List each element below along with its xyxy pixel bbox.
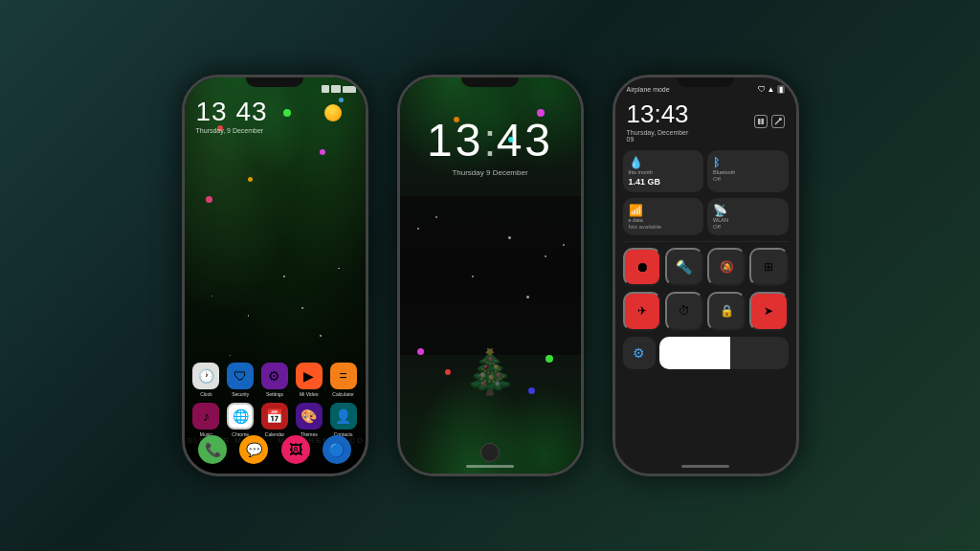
lock-date: Thursday 9 December	[427, 168, 553, 177]
app-settings-label: Settings	[266, 391, 283, 397]
cc-bt-title: Bluetooth	[713, 169, 783, 175]
cc-slider-row: ⚙	[615, 331, 796, 375]
app-music-icon: ♪	[192, 403, 219, 430]
cc-data-icon: 💧	[629, 156, 643, 169]
cc-brightness-slider[interactable]	[659, 337, 789, 369]
swipe-bar	[466, 465, 514, 468]
cc-mobile-card[interactable]: 📶 e data Not available	[623, 198, 704, 235]
cc-cards-row-2: 📶 e data Not available 📡 WLAN Off	[615, 198, 796, 241]
cc-bt-header: ᛒ	[713, 156, 783, 169]
cc-btn-airplane[interactable]: ✈	[623, 292, 661, 330]
home-time: 13 43	[196, 99, 268, 125]
phone2-screen: 13 : 43 Thursday 9 December 🎄	[400, 77, 581, 474]
lock-time: 13 : 43 Thursday 9 December	[427, 114, 553, 177]
app-calculator[interactable]: = Calculator	[329, 363, 358, 397]
app-security-icon: 🛡	[227, 363, 254, 389]
xmas-tree-icon: 🎄	[463, 346, 517, 397]
cc-wlan-header: 📡	[713, 204, 783, 217]
cc-btn-timer[interactable]: ⏱	[665, 292, 703, 330]
dock: 📞 💬 🖼 🔵	[192, 435, 358, 464]
app-contacts[interactable]: 👤 Contacts	[329, 403, 358, 437]
cc-mobile-status: Not available	[629, 224, 699, 230]
phone-2: 13 : 43 Thursday 9 December 🎄	[397, 75, 584, 476]
lock-colon: :	[483, 114, 496, 166]
cc-time: 13:43	[627, 99, 694, 129]
cc-time-row: 13:43 Thursday, December 09	[615, 98, 796, 144]
cc-data-card[interactable]: 💧 this month 1.41 GB	[623, 150, 704, 192]
app-mivideo[interactable]: ▶ Mi Video	[295, 363, 323, 397]
dock-messages[interactable]: 💬	[239, 435, 268, 464]
cc-btn-silent[interactable]: 🔕	[707, 248, 746, 286]
phone3-screen: Airplane mode 🛡 ▲ ▮ 13:43 Thursday, Dece…	[615, 77, 796, 474]
dock-gallery[interactable]: 🖼	[281, 435, 310, 464]
app-settings-icon: ⚙	[261, 363, 288, 389]
cc-wifi-icon: ▲	[768, 85, 775, 94]
cc-edit-icons	[754, 115, 785, 128]
xmas-tree-container: 🎄	[463, 346, 517, 397]
app-calendar-icon: 📅	[261, 403, 288, 430]
app-calendar[interactable]: 📅 Calendar	[260, 403, 289, 437]
svg-rect-0	[758, 119, 761, 124]
phone1-screen: 13 43 Thursday, 9 December 🕐 Clock 🛡 Sec…	[185, 77, 366, 474]
app-calculator-label: Calculator	[332, 391, 354, 397]
cc-wlan-title: WLAN	[713, 217, 783, 223]
cc-buttons-row-2: ✈ ⏱ 🔒 ➤	[615, 292, 796, 330]
status-icons	[322, 85, 356, 93]
app-chrome-icon: 🌐	[227, 403, 254, 430]
cc-data-card-header: 💧	[629, 156, 699, 169]
cc-wlan-icon: 📡	[713, 204, 727, 217]
cc-mobile-header: 📶	[629, 204, 699, 217]
apps-grid-row1: 🕐 Clock 🛡 Security ⚙ Settings ▶ Mi Video…	[185, 363, 366, 397]
app-clock-icon: 🕐	[192, 363, 219, 389]
cc-edit-icon-1[interactable]	[754, 115, 768, 128]
cc-mobile-icon: 📶	[629, 204, 643, 217]
cc-bt-status: Off	[713, 176, 783, 182]
dock-phone[interactable]: 📞	[198, 435, 227, 464]
lock-dark-middle	[400, 196, 581, 355]
app-mivideo-icon: ▶	[296, 363, 323, 389]
cc-wlan-status: Off	[713, 224, 783, 230]
cc-btn-location[interactable]: ➤	[749, 292, 788, 330]
lock-ornament-top-purple	[537, 109, 545, 117]
airplane-mode-text: Airplane mode	[627, 86, 670, 93]
svg-rect-1	[761, 119, 764, 124]
dock-browser[interactable]: 🔵	[323, 435, 351, 464]
lock-hour: 13	[427, 118, 483, 164]
cc-status-icons: 🛡 ▲ ▮	[758, 85, 785, 94]
app-mivideo-label: Mi Video	[300, 391, 318, 397]
cc-mobile-title: e data	[629, 217, 699, 223]
cc-btn-lock[interactable]: 🔒	[707, 292, 746, 330]
cc-data-title: this month	[629, 169, 699, 175]
cc-btn-torch[interactable]: 🔦	[665, 248, 703, 286]
app-contacts-icon: 👤	[330, 403, 357, 430]
app-settings[interactable]: ⚙ Settings	[260, 363, 289, 397]
app-clock[interactable]: 🕐 Clock	[192, 363, 221, 397]
app-music[interactable]: ♪ Music	[192, 403, 221, 437]
app-security-label: Security	[232, 391, 249, 397]
home-date: Thursday, 9 December	[196, 127, 268, 134]
app-themes[interactable]: 🎨 Themes	[295, 403, 323, 437]
cc-btn-record[interactable]: ⏺	[623, 248, 661, 286]
app-security[interactable]: 🛡 Security	[226, 363, 255, 397]
cc-wlan-card[interactable]: 📡 WLAN Off	[707, 198, 789, 235]
app-themes-icon: 🎨	[296, 403, 323, 430]
cc-gear-btn[interactable]: ⚙	[623, 337, 656, 369]
cc-edit-icon-2[interactable]	[771, 115, 785, 128]
app-chrome[interactable]: 🌐 Chrome	[226, 403, 255, 437]
lock-ornament-cyan	[508, 137, 514, 143]
cc-bt-icon: ᛒ	[713, 156, 720, 169]
cc-btn-screenshot[interactable]: ⊞	[749, 248, 788, 286]
status-bar	[194, 85, 356, 93]
cc-bluetooth-card[interactable]: ᛒ Bluetooth Off	[707, 150, 789, 192]
lock-ornament-red	[445, 369, 451, 375]
app-calculator-icon: =	[330, 363, 357, 389]
signal-icon	[322, 85, 329, 93]
snow-5	[526, 296, 529, 298]
snow-7	[563, 244, 565, 246]
cc-status-bar: Airplane mode 🛡 ▲ ▮	[615, 77, 796, 98]
phone-1: 13 43 Thursday, 9 December 🕐 Clock 🛡 Sec…	[182, 75, 368, 476]
time-widget: 13 43 Thursday, 9 December	[196, 99, 268, 134]
cc-nav-bar	[681, 465, 729, 468]
cc-battery-icon: ▮	[777, 85, 785, 94]
cc-cards-row-1: 💧 this month 1.41 GB ᛒ Bluetooth Off	[615, 144, 796, 198]
